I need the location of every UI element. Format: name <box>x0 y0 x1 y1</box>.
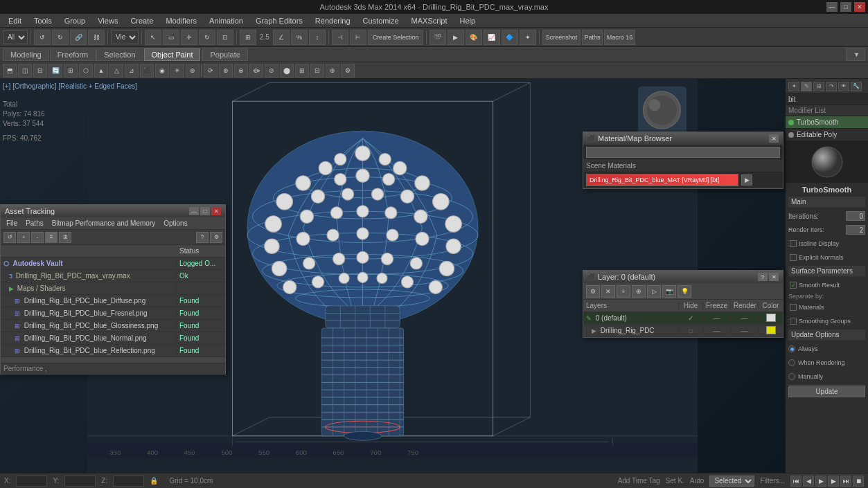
icon-9[interactable]: ⊿ <box>125 64 139 78</box>
freeform-mode[interactable]: Freeform <box>50 48 96 61</box>
create-panel-btn[interactable]: ✦ <box>788 82 799 91</box>
render-setup[interactable]: 🎬 <box>429 30 446 45</box>
layer-settings-btn[interactable]: ⚙ <box>586 285 600 298</box>
icon-8[interactable]: △ <box>109 64 123 78</box>
menu-animation[interactable]: Animation <box>204 15 249 26</box>
next-frame-btn[interactable]: ⏭ <box>840 476 851 487</box>
particle-view[interactable]: ✦ <box>520 30 536 45</box>
menu-customize[interactable]: Customize <box>357 15 405 26</box>
icon-15[interactable]: ⊕ <box>219 64 233 78</box>
prev-frame-btn[interactable]: ⏮ <box>790 476 801 487</box>
at-thumb-btn[interactable]: ⊞ <box>59 232 71 243</box>
icon-12[interactable]: ✳ <box>170 64 184 78</box>
motion-panel-btn[interactable]: ↷ <box>826 82 837 91</box>
align-button[interactable]: ⊢ <box>350 30 366 45</box>
at-file-glossiness[interactable]: ⊞ Drilling_Rig_Bit_PDC_blue_Glossiness.p… <box>1 320 225 332</box>
redo-button[interactable]: ↻ <box>52 30 69 45</box>
undo-button[interactable]: ↺ <box>34 30 51 45</box>
icon-4[interactable]: 🔄 <box>48 64 62 78</box>
icon-14[interactable]: ⟳ <box>204 64 218 78</box>
icon-19[interactable]: ⬤ <box>280 64 294 78</box>
at-vault-row[interactable]: ⬡ Autodesk Vault Logged O... <box>1 257 225 270</box>
at-main-file-row[interactable]: 3 Drilling_Rig_Bit_PDC_max_vray.max Ok <box>1 270 225 282</box>
prev-btn[interactable]: ◀ <box>803 476 814 487</box>
lock-btn[interactable]: 🔒 <box>150 477 158 485</box>
create-selection-button[interactable]: Create Selection <box>368 30 423 45</box>
at-maximize-btn[interactable]: □ <box>200 207 210 215</box>
layer-drilling-freeze[interactable]: — <box>703 327 731 334</box>
icon-3[interactable]: ⊟ <box>33 64 47 78</box>
icon-23[interactable]: ⚙ <box>341 64 355 78</box>
stop-btn[interactable]: ⏹ <box>853 476 864 487</box>
materials-checkbox[interactable] <box>790 304 797 311</box>
view-dropdown[interactable]: View <box>111 30 139 44</box>
screenshot-button[interactable]: Screenshot <box>542 30 581 45</box>
layer-add-btn[interactable]: + <box>617 285 630 298</box>
update-options-header[interactable]: Update Options <box>788 329 865 341</box>
layer-add-obj-btn[interactable]: ⊕ <box>632 285 646 298</box>
render-button[interactable]: ▶ <box>448 30 464 45</box>
utilities-panel-btn[interactable]: 🔧 <box>851 82 862 91</box>
material-editor[interactable]: 🎨 <box>466 30 482 45</box>
next-btn[interactable]: ▶ <box>828 476 839 487</box>
isoline-checkbox[interactable] <box>790 240 797 247</box>
menu-modifiers[interactable]: Modifiers <box>160 15 202 26</box>
icon-6[interactable]: ⬡ <box>79 64 93 78</box>
icon-5[interactable]: ⊞ <box>64 64 78 78</box>
at-menu-options[interactable]: Options <box>161 219 190 227</box>
spinner-snap[interactable]: ↕ <box>309 30 326 45</box>
menu-help[interactable]: Help <box>454 15 481 26</box>
minimize-button[interactable]: — <box>826 2 838 12</box>
layer-light-btn[interactable]: 💡 <box>677 285 691 298</box>
set-k-btn[interactable]: Set K. <box>666 477 684 485</box>
populate-mode[interactable]: Populate <box>202 48 247 61</box>
when-rendering-radio[interactable] <box>788 359 795 366</box>
rotate-button[interactable]: ↻ <box>199 30 215 45</box>
macro-button[interactable]: Macro 16 <box>604 30 635 45</box>
explicit-normals-checkbox[interactable] <box>790 254 797 261</box>
asset-scrollbar[interactable] <box>1 357 225 363</box>
icon-13[interactable]: ⊛ <box>186 64 200 78</box>
select-region-button[interactable]: ▭ <box>163 30 179 45</box>
layer-row-default[interactable]: ✎ 0 (default) ✓ — — <box>583 312 783 325</box>
layer-manager-help[interactable]: ? <box>758 273 768 281</box>
at-menu-bitmap[interactable]: Bitmap Performance and Memory <box>49 219 159 227</box>
at-minimize-btn[interactable]: — <box>189 207 199 215</box>
layer-default-render[interactable]: — <box>731 314 759 322</box>
smoothing-groups-checkbox[interactable] <box>790 318 797 325</box>
object-paint-mode[interactable]: Object Paint <box>144 48 201 61</box>
at-file-diffuse[interactable]: ⊞ Drilling_Rig_Bit_PDC_blue_Diffuse.png … <box>1 295 225 307</box>
material-search-input[interactable] <box>586 147 780 158</box>
at-question-btn[interactable]: ? <box>196 232 209 243</box>
filter-dropdown[interactable]: All <box>3 30 28 44</box>
z-input[interactable] <box>113 476 144 487</box>
paths-button[interactable]: Paths <box>582 30 603 45</box>
at-refresh-btn[interactable]: ↺ <box>3 232 16 243</box>
at-file-fresnel[interactable]: ⊞ Drilling_Rig_Bit_PDC_blue_Fresnel.png … <box>1 307 225 320</box>
layer-drilling-render[interactable]: — <box>731 327 759 334</box>
at-gear-btn[interactable]: ⚙ <box>210 232 222 243</box>
icon-16[interactable]: ⊗ <box>234 64 248 78</box>
menu-tools[interactable]: Tools <box>28 15 57 26</box>
at-file-normal[interactable]: ⊞ Drilling_Rig_Bit_PDC_blue_Normal.png F… <box>1 332 225 345</box>
icon-2[interactable]: ◫ <box>18 64 32 78</box>
curve-editor[interactable]: 📈 <box>484 30 500 45</box>
icon-10[interactable]: ⬛ <box>140 64 154 78</box>
mirror-button[interactable]: ⊣ <box>332 30 348 45</box>
turbosmooth-modifier[interactable]: TurboSmooth <box>786 116 868 129</box>
at-menu-file[interactable]: File <box>3 219 20 227</box>
update-button[interactable]: Update <box>788 386 865 397</box>
at-maps-folder-row[interactable]: ▶ Maps / Shaders <box>1 282 225 295</box>
schematic[interactable]: 🔷 <box>502 30 518 45</box>
move-button[interactable]: ✛ <box>181 30 197 45</box>
iterations-input[interactable] <box>846 211 865 221</box>
layer-delete-btn[interactable]: ✕ <box>601 285 615 298</box>
layer-manager-close[interactable]: ✕ <box>769 273 779 281</box>
surface-params-header[interactable]: Surface Parameters <box>788 266 865 277</box>
editable-poly-modifier[interactable]: Editable Poly <box>786 129 868 141</box>
icon-21[interactable]: ⊟ <box>310 64 324 78</box>
close-button[interactable]: ✕ <box>854 2 865 12</box>
at-close-btn[interactable]: ✕ <box>211 207 221 215</box>
main-section-header[interactable]: Main <box>788 197 865 208</box>
scale-button[interactable]: ⊡ <box>217 30 233 45</box>
